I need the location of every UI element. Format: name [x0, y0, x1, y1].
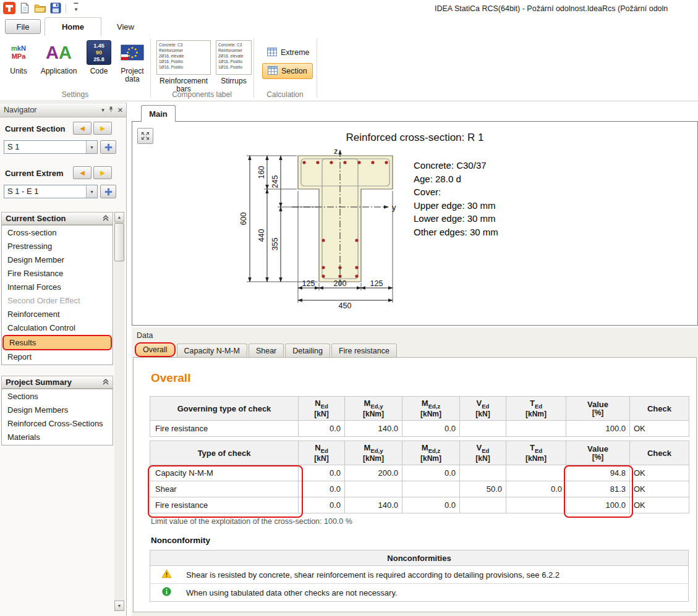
t-section-shape	[298, 156, 393, 282]
close-icon[interactable]: ✕	[117, 106, 123, 114]
section-info-line: Concrete: C30/37	[414, 159, 498, 172]
nav-item-prestressing[interactable]: Prestressing	[2, 240, 113, 253]
nav-item-sections[interactable]: Sections	[2, 390, 113, 403]
app-logo-icon	[2, 1, 16, 15]
nav-item-fire-resistance[interactable]: Fire Resistance	[2, 267, 113, 281]
extreme-label: Extreme	[281, 48, 310, 57]
data-tab-capacity-n-m-m[interactable]: Capacity N-M-M	[177, 344, 247, 357]
force-value-cell: 0.0	[402, 497, 460, 513]
current-section-arrows: ◀ ▶	[73, 122, 112, 135]
chevron-down-icon[interactable]: ▼	[86, 141, 97, 153]
next-section-button[interactable]: ▶	[93, 122, 112, 135]
section-info: Concrete: C30/37Age: 28.0 dCover:Upper e…	[414, 159, 498, 238]
current-section-combo[interactable]: S 1 ▼	[4, 140, 98, 154]
stirrups-button[interactable]: Concrete: C3Reinforcemer2Ø16, elevate1Ø1…	[215, 40, 253, 85]
preview-line: Concrete: C3	[159, 42, 208, 48]
units-button[interactable]: mkNMPa Units	[4, 40, 33, 75]
add-section-button[interactable]	[100, 140, 116, 154]
group-separator	[317, 38, 317, 98]
exploitation-value-cell: 100.0	[566, 497, 630, 513]
cross-section-viewport: Reinforced cross-section: R 1 z y	[132, 121, 698, 326]
data-tab-shear[interactable]: Shear	[249, 344, 284, 357]
checks-table-wrap: Type of checkNEd[kN]MEd,y[kNm]MEd,z[kNm]…	[150, 441, 689, 513]
check-name-cell: Fire resistance	[150, 497, 299, 513]
scroll-up-icon[interactable]: ▲	[114, 212, 124, 222]
column-header-value: Value[%]	[566, 441, 630, 465]
collapse-chevron-icon[interactable]	[103, 378, 109, 387]
current-extreme-arrows: ◀ ▶	[73, 166, 112, 179]
nav-item-results[interactable]: Results	[2, 335, 112, 350]
nav-item-materials[interactable]: Materials	[2, 431, 113, 444]
nonconformity-text: When using tabulated data other checks a…	[182, 584, 689, 602]
column-header-type-of-check: Type of check	[150, 441, 299, 465]
navigator-panel: Navigator ▾ ✕ Current Section ◀ ▶ S 1 ▼ …	[0, 103, 127, 616]
data-tab-detailing[interactable]: Detailing	[285, 344, 330, 357]
project-data-button[interactable]: Project data	[115, 40, 150, 83]
application-button[interactable]: AA Application	[36, 40, 82, 75]
collapse-chevron-icon[interactable]	[103, 214, 109, 223]
force-value-cell	[460, 421, 506, 437]
check-status-cell: OK	[630, 481, 689, 497]
column-header-n-ed: NEd[kN]	[299, 441, 345, 465]
preview-line: 1Ø16, Positio	[159, 59, 208, 64]
reinforcement-bars-button[interactable]: Concrete: C3Reinforcemer2Ø16, elevate1Ø1…	[155, 40, 213, 93]
left-arrow-icon: ◀	[80, 169, 85, 176]
column-header-n-ed: NEd[kN]	[299, 397, 345, 421]
dim-total-height: 600	[239, 213, 248, 226]
nav-item-cross-section[interactable]: Cross-section	[2, 226, 113, 240]
force-value-cell: 0.0	[402, 465, 460, 481]
save-icon[interactable]	[49, 1, 62, 15]
right-arrow-icon: ▶	[100, 169, 105, 176]
section-button[interactable]: Section	[262, 63, 313, 79]
tab-file[interactable]: File	[5, 19, 41, 34]
tab-view[interactable]: View	[105, 17, 146, 36]
overall-heading: Overall	[151, 371, 696, 385]
extreme-button[interactable]: Extreme	[262, 44, 315, 61]
nav-item-reinforcement[interactable]: Reinforcement	[2, 308, 113, 321]
qat-customize-dropdown-icon[interactable]: ▔▾	[69, 1, 83, 15]
data-tab-overall[interactable]: Overall	[135, 342, 176, 357]
nav-item-internal-forces[interactable]: Internal Forces	[2, 281, 113, 294]
current-section-value: S 1	[4, 141, 86, 153]
data-tab-fire-resistance[interactable]: Fire resistance	[331, 344, 397, 357]
current-extreme-combo[interactable]: S 1 - E 1 ▼	[4, 185, 98, 198]
new-document-icon[interactable]	[18, 1, 32, 15]
info-icon	[150, 584, 183, 602]
nav-item-design-member[interactable]: Design Member	[2, 253, 113, 267]
application-label: Application	[41, 67, 77, 75]
stirrups-preview: Concrete: C3Reinforcemer2Ø16, elevate1Ø1…	[216, 40, 252, 75]
project-data-label: Project data	[115, 67, 150, 83]
force-value-cell	[506, 421, 566, 437]
toolbar-separator	[66, 4, 66, 13]
warning-icon	[150, 566, 183, 584]
preview-line: Reinforcemer	[159, 48, 208, 53]
previous-extreme-button[interactable]: ◀	[73, 166, 92, 179]
navigator-menu-icon[interactable]: ▾	[101, 107, 104, 113]
next-extreme-button[interactable]: ▶	[93, 166, 112, 179]
nav-item-reinforced-cross-sections[interactable]: Reinforced Cross-Sections	[2, 417, 113, 431]
nav-item-calculation-control[interactable]: Calculation Control	[2, 321, 113, 335]
tab-main[interactable]: Main	[141, 105, 176, 122]
data-panel-label: Data	[137, 331, 153, 340]
ribbon-tab-row: File Home View	[0, 17, 698, 36]
project-summary-group-header[interactable]: Project Summary	[1, 376, 113, 389]
open-folder-icon[interactable]	[33, 1, 47, 15]
code-button[interactable]: 1.459025.8 Code	[84, 40, 114, 75]
nav-item-report[interactable]: Report	[2, 350, 113, 364]
pin-icon[interactable]	[108, 106, 114, 115]
current-section-group-header[interactable]: Current Section	[1, 212, 113, 225]
chevron-down-icon[interactable]: ▼	[86, 185, 97, 198]
force-value-cell: 0.0	[402, 421, 460, 437]
navigator-scrollbar[interactable]: ▲ ▼	[114, 212, 124, 611]
column-header-v-ed: VEd[kN]	[460, 397, 506, 421]
left-arrow-icon: ◀	[80, 125, 85, 132]
application-icon: AA	[46, 40, 72, 65]
scrollbar-thumb[interactable]	[114, 223, 124, 261]
tab-home[interactable]: Home	[45, 17, 101, 36]
nav-item-design-members[interactable]: Design Members	[2, 403, 113, 417]
check-name-cell: Shear	[150, 481, 299, 497]
add-extreme-button[interactable]	[100, 185, 116, 198]
scroll-down-icon[interactable]: ▼	[114, 601, 124, 611]
calculation-group-label: Calculation	[253, 90, 317, 99]
previous-section-button[interactable]: ◀	[73, 122, 92, 135]
